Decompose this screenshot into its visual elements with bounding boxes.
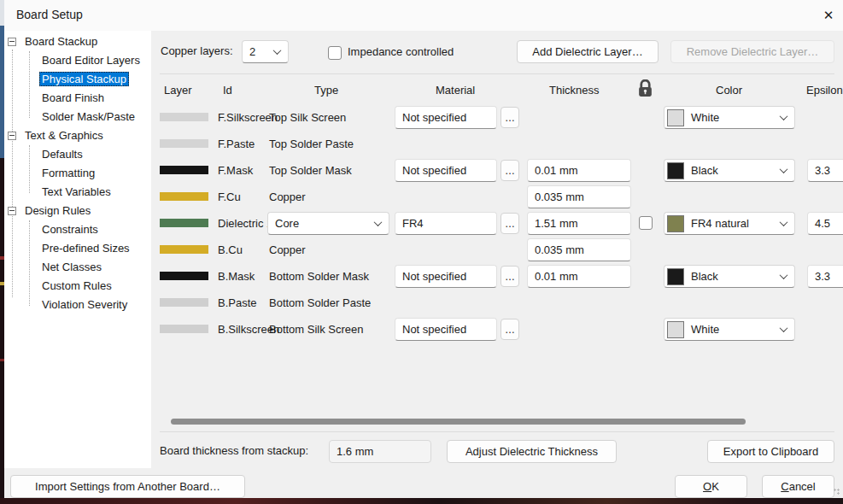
ok-button[interactable]: OK [675,475,747,498]
color-select[interactable]: White [664,106,795,129]
sidebar-item-text-graphics[interactable]: Text & Graphics [22,126,106,145]
thickness-value: 1.51 mm [535,217,578,230]
color-select[interactable]: Black [664,159,795,182]
material-browse-button[interactable]: … [501,160,519,181]
sidebar-item-constraints[interactable]: Constraints [39,220,101,239]
layer-id: F.Cu [218,184,241,210]
chevron-down-icon [780,218,788,226]
sidebar-item-net-classes[interactable]: Net Classes [39,258,104,277]
material-field[interactable]: FR4 [395,212,497,235]
color-select[interactable]: White [664,318,795,341]
chevron-down-icon [374,218,383,226]
tree-connector [29,145,30,193]
sidebar-item-board-editor-layers[interactable]: Board Editor Layers [39,51,143,70]
layer-color-swatch [160,113,208,121]
sidebar-item-board-finish[interactable]: Board Finish [39,89,107,108]
copper-layers-value: 2 [249,45,255,58]
sidebar-item-custom-rules[interactable]: Custom Rules [39,277,114,296]
layer-type: Copper [269,184,306,210]
material-value: FR4 [402,217,424,230]
material-field[interactable]: Not specified [395,159,497,182]
material-browse-button[interactable]: … [501,107,519,128]
horizontal-scrollbar[interactable] [171,419,746,425]
sidebar-item-label: Board Editor Layers [39,53,143,67]
col-header-type: Type [314,84,338,97]
sidebar-item-label: Design Rules [22,203,93,218]
tree-connector [12,50,13,297]
layer-id: F.Paste [218,131,255,157]
epsilon-value: 3.3 [815,270,830,283]
color-select[interactable]: FR4 natural [664,212,795,235]
thickness-field[interactable]: 0.01 mm [527,159,631,182]
settings-tree: Board StackupBoard Editor LayersPhysical… [4,31,151,468]
export-to-clipboard-button[interactable]: Export to Clipboard [707,440,834,463]
material-browse-button[interactable]: … [501,213,519,234]
divider [160,73,834,74]
thickness-lock-checkbox[interactable] [639,216,653,230]
layer-color-swatch [160,245,208,254]
sidebar-item-physical-stackup[interactable]: Physical Stackup [39,70,129,89]
impedance-controlled-checkbox[interactable] [328,46,342,60]
adjust-dielectric-thickness-button[interactable]: Adjust Dielectric Thickness [447,440,617,463]
layer-color-swatch [160,298,208,307]
sidebar-item-pre-defined-sizes[interactable]: Pre-defined Sizes [39,239,132,258]
title-bar: Board Setup ✕ [4,0,843,31]
material-value: Not specified [402,164,466,177]
material-field[interactable]: Not specified [395,106,497,129]
material-field[interactable]: Not specified [395,265,497,288]
sidebar-item-defaults[interactable]: Defaults [39,145,85,164]
layer-color-swatch [160,325,208,333]
color-swatch [667,321,684,338]
background-app-sliver [0,498,843,504]
thickness-value: 0.01 mm [535,164,578,177]
color-value: White [691,323,719,336]
sidebar-item-solder-mask-paste[interactable]: Solder Mask/Paste [39,108,138,126]
tree-connector [29,220,30,306]
layer-type-value: Core [275,217,299,230]
sidebar-item-formatting[interactable]: Formatting [39,164,97,183]
cancel-button[interactable]: Cancel [762,475,834,498]
dialog-title: Board Setup [16,8,83,21]
sidebar-item-label: Pre-defined Sizes [39,241,132,255]
color-select[interactable]: Black [664,265,795,288]
collapse-icon[interactable] [8,38,16,46]
col-header-epsilon: Epsilon [806,84,843,97]
material-field[interactable]: Not specified [395,318,497,341]
sidebar-item-violation-severity[interactable]: Violation Severity [39,296,130,314]
board-thickness-value: 1.6 mm [329,440,431,463]
sidebar-item-label: Board Finish [39,91,107,105]
material-browse-button[interactable]: … [501,319,519,340]
epsilon-field[interactable]: 3.3 [807,265,843,288]
sidebar-item-text-variables[interactable]: Text Variables [39,183,114,202]
layer-color-swatch [160,219,208,227]
epsilon-field[interactable]: 4.5 [807,212,843,235]
thickness-field[interactable]: 0.01 mm [527,265,631,288]
add-dielectric-layer-button[interactable]: Add Dielectric Layer… [517,40,659,63]
epsilon-field[interactable]: 3.3 [807,159,843,182]
thickness-field[interactable]: 0.035 mm [527,185,631,208]
chevron-down-icon [780,165,788,173]
collapse-icon[interactable] [8,207,16,215]
import-settings-button[interactable]: Import Settings from Another Board… [10,475,245,498]
sidebar-item-label: Custom Rules [39,278,114,293]
material-value: Not specified [402,323,466,336]
color-swatch [667,268,684,285]
layer-type-select[interactable]: Core [267,212,389,235]
sidebar-item-design-rules[interactable]: Design Rules [22,202,93,220]
resize-grip[interactable] [834,489,840,495]
material-value: Not specified [402,270,466,283]
material-browse-button[interactable]: … [501,266,519,287]
chevron-down-icon [780,112,788,120]
sidebar-item-label: Net Classes [39,260,104,274]
sidebar-item-board-stackup[interactable]: Board Stackup [22,32,100,51]
layer-color-swatch [160,139,208,148]
layer-color-swatch [160,192,208,201]
thickness-field[interactable]: 1.51 mm [527,212,631,235]
collapse-icon[interactable] [8,132,16,140]
close-icon[interactable]: ✕ [817,5,840,26]
thickness-field[interactable]: 0.035 mm [527,238,631,261]
layer-id: B.Cu [218,237,243,263]
layer-type: Bottom Solder Paste [269,290,371,316]
layer-color-swatch [160,166,208,174]
copper-layers-select[interactable]: 2 [242,40,289,63]
